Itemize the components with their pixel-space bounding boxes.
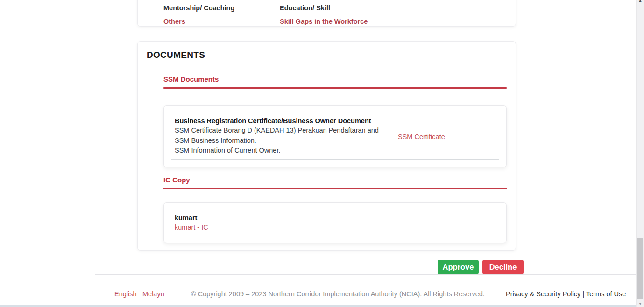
legal-separator: | <box>582 290 584 298</box>
main-content-panel: Mentorship/ Coaching Education/ Skill Ot… <box>95 0 644 275</box>
ic-document-link[interactable]: kumart - IC <box>175 223 208 231</box>
ssm-document-item-card: Business Registration Certificate/Busine… <box>163 105 507 167</box>
language-link-english[interactable]: English <box>114 290 137 298</box>
support-option-others-link[interactable]: Others <box>163 18 280 25</box>
legal-links: Privacy & Security Policy | Terms of Use <box>506 290 626 298</box>
scrollbar-down-arrow-icon[interactable]: ▼ <box>637 302 644 306</box>
support-options-card: Mentorship/ Coaching Education/ Skill Ot… <box>137 0 516 27</box>
documents-card: DOCUMENTS SSM Documents Business Registr… <box>137 41 516 251</box>
decline-button[interactable]: Decline <box>482 260 524 274</box>
document-description: SSM Certificate Borang D (KAEDAH 13) Per… <box>175 126 390 146</box>
language-link-melayu[interactable]: Melayu <box>142 290 164 298</box>
ic-heading-rule <box>163 188 507 189</box>
ic-document-item-card: kumart kumart - IC <box>163 202 507 243</box>
support-option-education: Education/ Skill <box>280 4 368 12</box>
ssm-certificate-link[interactable]: SSM Certificate <box>398 133 445 140</box>
ssm-documents-heading: SSM Documents <box>163 75 507 83</box>
support-option-skill-gaps-link[interactable]: Skill Gaps in the Workforce <box>280 18 368 25</box>
document-title: Business Registration Certificate/Busine… <box>175 117 506 125</box>
ic-document-title: kumart <box>175 214 506 222</box>
vertical-scrollbar[interactable]: ▲ ▼ <box>636 0 644 307</box>
document-card-divider <box>171 159 499 160</box>
ssm-heading-rule <box>163 87 507 89</box>
scrollbar-thumb[interactable] <box>637 238 643 299</box>
bottom-edge-strip <box>0 305 644 307</box>
privacy-policy-link[interactable]: Privacy & Security Policy <box>506 290 580 298</box>
documents-section-title: DOCUMENTS <box>147 50 516 60</box>
ic-copy-heading: IC Copy <box>163 176 507 184</box>
terms-of-use-link[interactable]: Terms of Use <box>586 290 626 298</box>
footer: English Melayu © Copyright 2009 – 2023 N… <box>0 275 644 304</box>
support-option-mentorship: Mentorship/ Coaching <box>163 4 280 12</box>
copyright-text: © Copyright 2009 – 2023 Northern Corrido… <box>191 290 485 298</box>
scrollbar-up-arrow-icon[interactable]: ▲ <box>637 0 644 3</box>
approve-button[interactable]: Approve <box>438 260 479 274</box>
document-description-2: SSM Information of Current Owner. <box>175 146 506 156</box>
